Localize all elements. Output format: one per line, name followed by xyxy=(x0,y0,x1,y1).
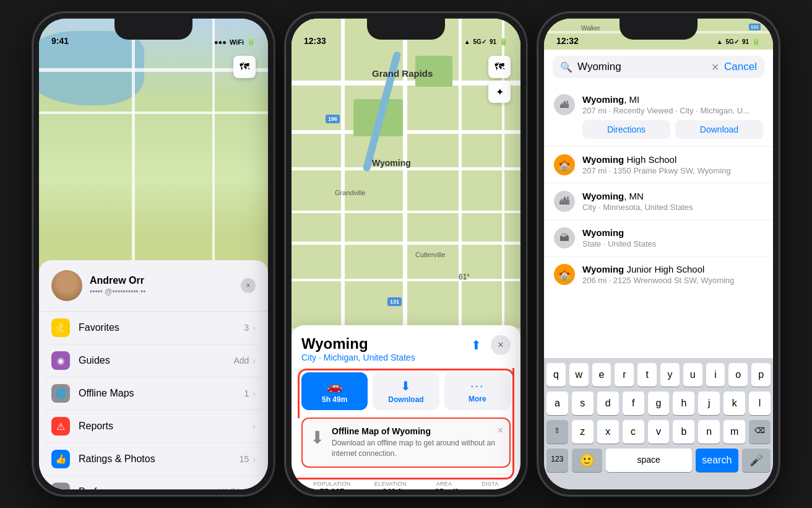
key-n[interactable]: n xyxy=(698,420,720,444)
key-s[interactable]: s xyxy=(572,392,594,415)
status-icons-2: ▲5G✓91🔋 xyxy=(464,38,508,46)
favorites-badge: 3 xyxy=(244,323,249,333)
menu-item-guides[interactable]: ◉ Guides Add › xyxy=(45,344,262,377)
cutlerville-label: Cutlerville xyxy=(415,251,445,258)
search-input[interactable]: Wyoming xyxy=(577,61,711,73)
key-m[interactable]: m xyxy=(723,420,745,444)
drive-button[interactable]: 🚗 5h 49m xyxy=(301,372,368,410)
key-r[interactable]: r xyxy=(615,363,634,387)
result-info-wyoming-hs: Wyoming High School 207 mi · 1350 Prairi… xyxy=(582,154,763,175)
map-layers-btn[interactable]: 🗺 xyxy=(233,56,256,78)
menu-item-photos[interactable]: 👍 Ratings & Photos 15 › xyxy=(45,443,262,476)
result-info-wyoming-mn: Wyoming, MN City · Minnesota, United Sta… xyxy=(582,191,763,212)
result-detail-wyoming-state: State · United States xyxy=(582,239,763,248)
more-button[interactable]: ··· More xyxy=(444,372,511,410)
reports-arrow: › xyxy=(253,421,256,431)
key-h[interactable]: h xyxy=(673,392,694,415)
map-road xyxy=(39,112,268,114)
key-q[interactable]: q xyxy=(546,363,566,387)
offline-close-button[interactable]: × xyxy=(498,425,503,436)
map-road xyxy=(212,19,215,285)
key-l[interactable]: l xyxy=(749,392,771,415)
action-buttons-container: 🚗 5h 49m ⬇ Download ··· More xyxy=(301,372,511,410)
key-e[interactable]: e xyxy=(592,363,611,387)
keyboard-row-3: ⇧ z x c v b n m ⌫ xyxy=(546,420,771,444)
numbers-key[interactable]: 123 xyxy=(546,449,568,472)
result-wyoming-mi[interactable]: 🏙 Wyoming, MI 207 mi · Recently Viewed ·… xyxy=(544,87,773,147)
location-title-group: Wyoming City · Michigan, United States xyxy=(301,335,415,370)
key-k[interactable]: k xyxy=(723,392,745,415)
key-c[interactable]: c xyxy=(623,420,644,444)
result-wyoming-hs[interactable]: 🏫 Wyoming High School 207 mi · 1350 Prai… xyxy=(544,147,773,183)
menu-item-prefs[interactable]: ⚙ Preferences Walking › xyxy=(45,476,262,489)
prefs-badge: Walking xyxy=(218,487,249,489)
result-icon-wyoming-hs: 🏫 xyxy=(554,154,575,175)
directions-button[interactable]: Directions xyxy=(582,120,670,139)
user-header: Andrew Orr ••••• @••••••••••.•• × xyxy=(39,270,268,312)
key-f[interactable]: f xyxy=(623,392,644,415)
avatar-face xyxy=(51,270,82,301)
location-title: Wyoming xyxy=(301,335,415,353)
phone-2: 12:33 ▲5G✓91🔋 xyxy=(285,12,527,496)
search-bar-container: 🔍 Wyoming ✕ Cancel xyxy=(544,50,773,83)
grand-rapids-label: Grand Rapids xyxy=(372,68,433,79)
grandville-label: Grandville xyxy=(335,189,366,196)
key-z[interactable]: z xyxy=(572,420,594,444)
key-t[interactable]: t xyxy=(637,363,657,387)
share-button[interactable]: ⬆ xyxy=(466,335,486,355)
space-key[interactable]: space xyxy=(606,449,692,472)
more-icon: ··· xyxy=(470,379,485,393)
stat-area-label: AREA xyxy=(430,481,458,487)
map-type-btn[interactable]: 🗺 xyxy=(488,56,511,78)
highway-131: 131 xyxy=(387,297,402,306)
key-i[interactable]: i xyxy=(706,363,725,387)
location-panel: Wyoming City · Michigan, United States ⬆… xyxy=(292,325,520,489)
stat-elevation-value: ~640 ft xyxy=(374,487,407,489)
mic-key[interactable]: 🎤 xyxy=(742,449,771,472)
result-wyoming-mn[interactable]: 🏙 Wyoming, MN City · Minnesota, United S… xyxy=(544,183,773,220)
emoji-key[interactable]: 🙂 xyxy=(572,449,602,472)
key-a[interactable]: a xyxy=(546,392,568,415)
key-x[interactable]: x xyxy=(597,420,619,444)
download-map-button[interactable]: Download xyxy=(675,120,763,139)
location-actions: 🚗 5h 49m ⬇ Download ··· More xyxy=(301,372,511,410)
result-actions-wyoming-mi: Directions Download xyxy=(582,120,763,139)
key-w[interactable]: w xyxy=(569,363,589,387)
key-d[interactable]: d xyxy=(597,392,619,415)
search-clear-button[interactable]: ✕ xyxy=(711,61,719,73)
mic-icon: 🎤 xyxy=(749,453,763,467)
key-p[interactable]: p xyxy=(751,363,771,387)
key-o[interactable]: o xyxy=(728,363,748,387)
result-icon-wyoming-state: 🏔 xyxy=(554,227,575,248)
result-wyoming-state[interactable]: 🏔 Wyoming State · United States xyxy=(544,220,773,256)
key-j[interactable]: j xyxy=(698,392,720,415)
photos-arrow: › xyxy=(253,454,256,464)
menu-item-reports[interactable]: ⚠ Reports › xyxy=(45,410,262,443)
key-u[interactable]: u xyxy=(683,363,702,387)
key-g[interactable]: g xyxy=(648,392,670,415)
delete-key[interactable]: ⌫ xyxy=(749,420,771,444)
key-v[interactable]: v xyxy=(648,420,670,444)
shift-key[interactable]: ⇧ xyxy=(546,420,568,444)
close-sidebar-button[interactable]: × xyxy=(241,278,256,293)
key-y[interactable]: y xyxy=(660,363,680,387)
result-name-wyoming-mi: Wyoming, MI xyxy=(582,94,763,105)
stats-row: POPULATION 75,667 ELEVATION ~640 ft AREA… xyxy=(301,474,511,489)
stat-area-value: ~25 mi² xyxy=(430,487,458,489)
result-icon-wyoming-jhs: 🏫 xyxy=(554,264,575,285)
result-wyoming-jhs[interactable]: 🏫 Wyoming Junior High School 206 mi · 21… xyxy=(544,256,773,285)
key-b[interactable]: b xyxy=(673,420,694,444)
offline-badge: 1 xyxy=(244,388,249,398)
compass-btn[interactable]: ✦ xyxy=(488,81,511,103)
search-key[interactable]: search xyxy=(696,449,738,472)
cancel-button[interactable]: Cancel xyxy=(724,61,757,73)
menu-item-favorites[interactable]: ⭐ Favorites 3 › xyxy=(45,312,262,344)
highway-196: 196 xyxy=(326,115,340,123)
map-road xyxy=(132,19,135,285)
menu-item-offline[interactable]: 🌐 Offline Maps 1 › xyxy=(45,377,262,410)
offline-download-icon: ⬇ xyxy=(310,427,324,448)
prefs-label: Preferences xyxy=(79,486,218,489)
close-location-button[interactable]: × xyxy=(491,335,511,355)
download-button[interactable]: ⬇ Download xyxy=(373,372,439,410)
map-controls: 🗺 xyxy=(233,56,256,78)
